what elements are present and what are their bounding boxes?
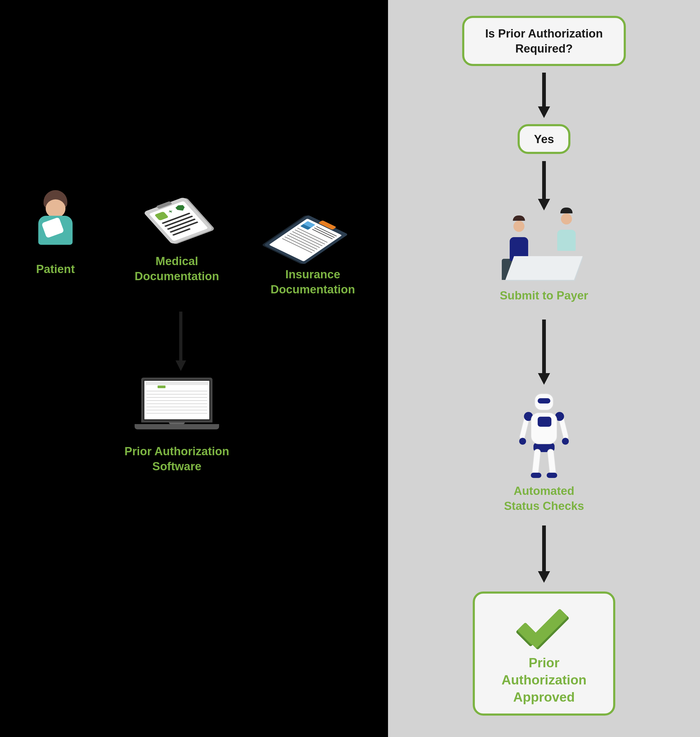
right-panel: Is Prior AuthorizationRequired? Yes Su <box>388 0 700 737</box>
software-label: Prior AuthorizationSoftware <box>106 444 248 474</box>
automated-status-checks-node: AutomatedStatus Checks <box>478 394 610 513</box>
clipboard-insurance-icon <box>269 211 356 259</box>
svg-marker-0 <box>175 360 186 371</box>
clipboard-medical-icon: + <box>137 195 216 243</box>
left-panel: Patient + MedicalDocumentation <box>0 0 388 737</box>
laptop-icon <box>135 377 219 436</box>
patient-icon <box>33 190 78 254</box>
question-label: Is Prior AuthorizationRequired? <box>478 26 610 56</box>
software-node: Prior AuthorizationSoftware <box>106 377 248 474</box>
arrow-down-icon <box>173 312 189 372</box>
svg-marker-4 <box>538 199 550 211</box>
arrow-down-icon <box>535 161 553 211</box>
approved-box: Prior AuthorizationApproved <box>473 591 615 716</box>
robot-icon <box>520 394 568 475</box>
arrow-down-icon <box>535 320 553 386</box>
submit-to-payer-node: Submit to Payer <box>478 219 610 303</box>
arrow-down-icon <box>535 73 553 119</box>
automated-status-checks-label: AutomatedStatus Checks <box>478 483 610 513</box>
svg-marker-2 <box>538 106 550 118</box>
submit-to-payer-label: Submit to Payer <box>478 288 610 303</box>
checkmark-icon <box>520 609 568 646</box>
question-box: Is Prior AuthorizationRequired? <box>462 16 626 66</box>
yes-box: Yes <box>518 124 571 154</box>
svg-marker-8 <box>538 571 550 583</box>
medical-documentation-label: MedicalDocumentation <box>121 254 232 284</box>
svg-marker-6 <box>538 373 550 385</box>
patient-node: Patient <box>19 190 93 277</box>
medical-documentation-node: + MedicalDocumentation <box>121 193 232 284</box>
arrow-down-icon <box>535 525 553 584</box>
insurance-documentation-label: InsuranceDocumentation <box>256 267 369 297</box>
yes-label: Yes <box>528 131 560 147</box>
approved-label: Prior AuthorizationApproved <box>485 654 603 706</box>
patient-label: Patient <box>19 261 93 277</box>
meeting-desk-icon <box>502 219 586 280</box>
insurance-documentation-node: InsuranceDocumentation <box>256 211 369 297</box>
